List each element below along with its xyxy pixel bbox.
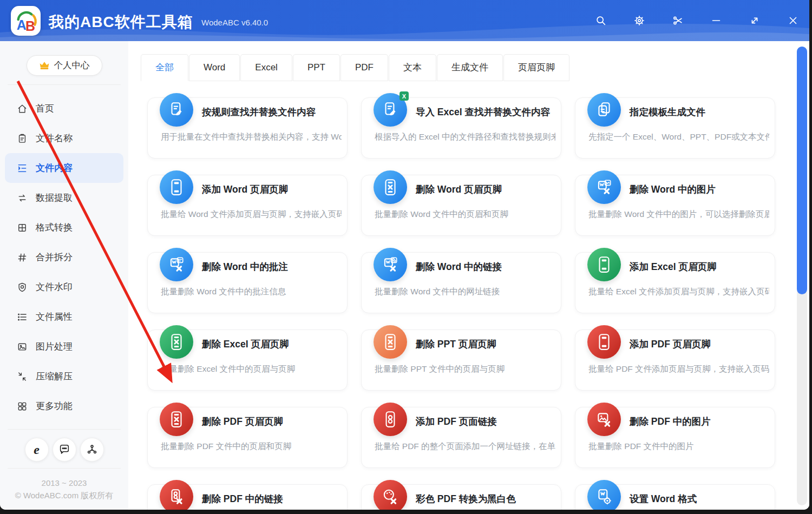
- sidebar-footer: 2013 ~ 2023 © WodeABC.com 版权所有: [0, 477, 128, 502]
- tool-card-pdf-add-hf[interactable]: 添加 PDF 页眉页脚批量给 PDF 文件添加页眉与页脚，支持嵌入页码: [575, 330, 775, 391]
- sidebar-item-image-process[interactable]: 图片处理: [0, 332, 128, 361]
- svg-text:A: A: [16, 17, 26, 32]
- tool-card-description: 先指定一个 Excel、Word、PPT、PDF或文本文件作: [588, 131, 769, 143]
- tool-card-description: 批量删除 PPT 文件中的页眉与页脚: [375, 364, 555, 375]
- minimize-icon[interactable]: [710, 14, 723, 27]
- tool-card-title: 删除 Word 中的链接: [416, 260, 502, 273]
- tool-card-pdf-del-images[interactable]: 删除 PDF 中的图片批量删除 PDF 文件中的图片: [575, 407, 775, 468]
- doc-stack-icon: [587, 93, 621, 127]
- tool-card-description: 批量删除 Word 文件中的页眉和页脚: [375, 209, 555, 220]
- sidebar-item-file-content[interactable]: 文件内容: [5, 153, 123, 183]
- app-title: 我的ABC软件工具箱: [49, 12, 193, 32]
- tool-card-grid: 按规则查找并替换文件内容用于批量在文件中查找并替换相关内容，支持 WorX导入 …: [147, 97, 775, 510]
- crown-icon: [39, 60, 50, 71]
- palette-x-icon: [374, 480, 407, 510]
- profile-button-label: 个人中心: [54, 60, 90, 71]
- tool-card-description: 用于批量在文件中查找并替换相关内容，支持 Wor: [161, 131, 342, 143]
- abc-logo-icon: A B: [14, 9, 38, 34]
- data-extract-icon: [17, 193, 28, 203]
- profile-button[interactable]: 个人中心: [27, 55, 102, 76]
- scrollbar-thumb[interactable]: [797, 47, 807, 294]
- sidebar-item-label: 文件水印: [36, 281, 73, 293]
- tool-card-excel-add-hf[interactable]: 添加 Excel 页眉页脚批量给 Excel 文件添加页眉与页脚，支持嵌入页码: [575, 252, 775, 313]
- sidebar-item-label: 首页: [36, 102, 54, 115]
- sidebar-item-more-features[interactable]: 更多功能: [0, 391, 128, 421]
- feedback-button[interactable]: [53, 438, 76, 462]
- sidebar-item-home[interactable]: 首页: [0, 94, 128, 123]
- tool-card-ppt-del-hf[interactable]: 删除 PPT 页眉页脚批量删除 PPT 文件中的页眉与页脚: [361, 330, 561, 391]
- tab-ppt[interactable]: PPT: [293, 54, 340, 81]
- tool-card-description: 批量删除 Excel 文件中的页眉与页脚: [161, 364, 342, 375]
- format-convert-icon: [17, 222, 28, 233]
- tool-card-word-set-format[interactable]: 设置 Word 格式: [575, 484, 775, 510]
- tool-card-title: 删除 PDF 中的图片: [630, 415, 711, 428]
- tool-card-title: 添加 Word 页眉页脚: [202, 183, 288, 196]
- doc-edit-icon: [160, 93, 193, 127]
- tool-card-excel-del-hf[interactable]: 删除 Excel 页眉页脚批量删除 Excel 文件中的页眉与页脚: [147, 330, 348, 391]
- share-icon: [86, 444, 98, 456]
- sidebar-item-format-convert[interactable]: 格式转换: [0, 213, 128, 242]
- tool-card-word-del-images[interactable]: 删除 Word 中的图片批量删除 Word 文件中的图片，可以选择删除页眉: [575, 175, 775, 236]
- file-name-icon: [17, 133, 28, 144]
- scrollbar-track[interactable]: [797, 47, 807, 505]
- tool-card-word-add-hf[interactable]: 添加 Word 页眉页脚批量给 Word 文件添加页眉与页脚，支持嵌入页码: [147, 175, 348, 236]
- doc-header-footer-x-icon: [160, 403, 193, 436]
- tab-header-footer[interactable]: 页眉页脚: [503, 54, 569, 81]
- tool-card-title: 添加 Excel 页眉页脚: [630, 260, 716, 273]
- doc-header-footer-x-icon: [374, 170, 407, 204]
- tab-all[interactable]: 全部: [141, 54, 188, 81]
- tab-excel[interactable]: Excel: [240, 54, 292, 81]
- screenshot-icon[interactable]: [671, 14, 684, 27]
- close-icon[interactable]: [787, 14, 800, 27]
- tool-card-excel-replace[interactable]: X导入 Excel 查找并替换文件内容根据导入的 Excel 中的文件路径和查找…: [361, 97, 561, 159]
- tool-card-description: 批量给 PDF 文件添加页眉与页脚，支持嵌入页码: [588, 364, 769, 375]
- sidebar-item-watermark[interactable]: 文件水印: [0, 272, 128, 302]
- sidebar-quick-buttons: e: [0, 438, 128, 462]
- tab-pdf[interactable]: PDF: [340, 54, 388, 81]
- sidebar-item-label: 合并拆分: [36, 251, 73, 263]
- sidebar-item-label: 压缩解压: [36, 370, 73, 383]
- sidebar-item-compress[interactable]: 压缩解压: [0, 361, 128, 391]
- tool-card-replace-by-rule[interactable]: 按规则查找并替换文件内容用于批量在文件中查找并替换相关内容，支持 Wor: [147, 97, 348, 159]
- tool-card-title: 按规则查找并替换文件内容: [202, 106, 316, 118]
- tool-card-title: 设置 Word 格式: [630, 492, 697, 505]
- browser-icon: e: [34, 443, 40, 457]
- sidebar-item-merge-split[interactable]: 合并拆分: [0, 242, 128, 272]
- search-icon[interactable]: [594, 14, 607, 27]
- watermark-icon: [17, 282, 28, 293]
- desktop-background: A B 我的ABC软件工具箱 WodeABC v6.40.0 个人中心 首: [0, 0, 812, 514]
- tab-generate-file[interactable]: 生成文件: [437, 54, 503, 81]
- word-link-x-icon: [374, 248, 407, 281]
- tool-card-pdf-del-links[interactable]: 删除 PDF 中的链接: [147, 484, 348, 510]
- footer-copyright: © WodeABC.com 版权所有: [0, 489, 128, 502]
- file-props-icon: [17, 312, 28, 322]
- share-button[interactable]: [80, 438, 104, 462]
- sidebar-item-label: 文件内容: [36, 162, 73, 174]
- sidebar-item-label: 更多功能: [36, 400, 73, 412]
- tool-card-word-del-links[interactable]: 删除 Word 中的链接批量删除 Word 文件中的网址链接: [361, 252, 561, 313]
- tool-card-pdf-add-link[interactable]: 添加 PDF 页面链接批量给 PDF 的整个页面添加一个网址链接，在单击: [361, 407, 561, 468]
- tool-card-pdf-to-bw[interactable]: 彩色 PDF 转换为黑白色: [361, 484, 561, 510]
- browser-button[interactable]: e: [25, 438, 49, 462]
- sidebar-item-data-extract[interactable]: 数据提取: [0, 183, 128, 213]
- doc-header-footer-icon: [587, 248, 621, 281]
- word-gear-icon: [587, 480, 621, 510]
- tab-text[interactable]: 文本: [389, 54, 436, 81]
- sidebar-item-file-props[interactable]: 文件属性: [0, 302, 128, 332]
- tool-card-word-del-hf[interactable]: 删除 Word 页眉页脚批量删除 Word 文件中的页眉和页脚: [361, 175, 561, 236]
- sidebar-item-label: 文件属性: [36, 311, 73, 323]
- resize-icon[interactable]: [748, 14, 761, 27]
- image-process-icon: [17, 341, 28, 352]
- tool-card-template-generate[interactable]: 指定模板生成文件先指定一个 Excel、Word、PPT、PDF或文本文件作: [575, 97, 775, 159]
- titlebar: A B 我的ABC软件工具箱 WodeABC v6.40.0: [0, 0, 809, 41]
- tool-card-title: 删除 Word 中的图片: [630, 183, 716, 196]
- tool-card-word-del-comments[interactable]: 删除 Word 中的批注批量删除 Word 文件中的批注信息: [147, 252, 348, 313]
- tool-card-pdf-del-hf[interactable]: 删除 PDF 页眉页脚批量删除 PDF 文件中的页眉和页脚: [147, 407, 348, 468]
- tab-word[interactable]: Word: [189, 54, 240, 81]
- tool-card-description: 批量给 PDF 的整个页面添加一个网址链接，在单击: [375, 441, 555, 452]
- home-icon: [17, 103, 28, 114]
- sidebar-item-label: 文件名称: [36, 132, 73, 144]
- settings-icon[interactable]: [633, 14, 646, 27]
- sidebar-item-file-name[interactable]: 文件名称: [0, 123, 128, 153]
- app-version: WodeABC v6.40.0: [201, 18, 268, 27]
